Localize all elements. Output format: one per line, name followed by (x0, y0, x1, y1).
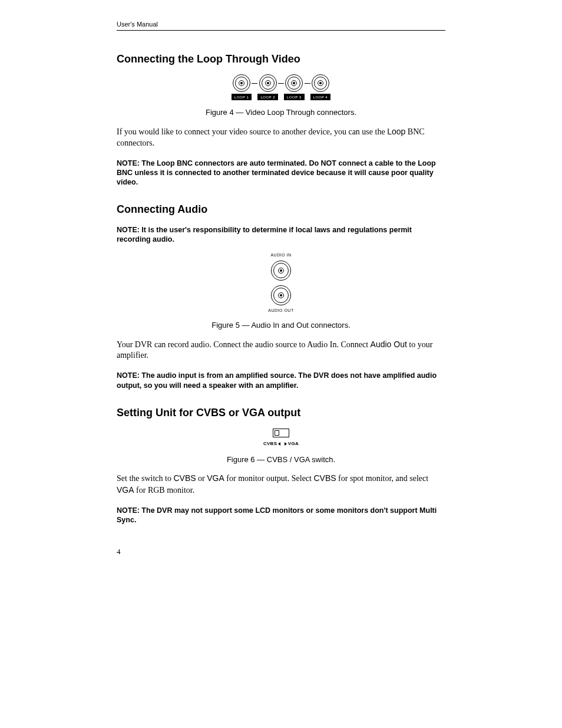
bnc-label: LOOP 4 (310, 94, 331, 100)
bnc-label: LOOP 3 (284, 94, 305, 100)
figure-caption: Figure 6 — CVBS / VGA switch. (117, 454, 445, 465)
bnc-connector-icon (271, 261, 291, 281)
figure-loop-connectors: LOOP 1 LOOP 2 LOOP 3 LOOP 4 Figure 4 — V… (117, 74, 445, 118)
bnc-label: LOOP 1 (232, 94, 252, 100)
bnc-connector-icon: LOOP 1 (232, 74, 252, 100)
audio-in-label: AUDIO IN (270, 252, 291, 258)
note-text: NOTE: It is the user's responsibility to… (117, 225, 445, 245)
audio-out-label: AUDIO OUT (268, 308, 293, 313)
header-rule (117, 30, 445, 31)
section-title-cvbs-vga: Setting Unit for CVBS or VGA output (117, 406, 445, 420)
bnc-connector-icon: LOOP 3 (284, 74, 305, 100)
bnc-connector-icon: LOOP 2 (257, 74, 278, 100)
page-number: 4 (117, 546, 445, 557)
note-text: NOTE: The Loop BNC connectors are auto t… (117, 159, 445, 187)
page-header: User's Manual (117, 20, 445, 29)
body-text: If you would like to connect your video … (117, 126, 445, 149)
bnc-label: LOOP 2 (257, 94, 278, 100)
section-title-loop: Connecting the Loop Through Video (117, 52, 445, 66)
note-text: NOTE: The DVR may not support some LCD m… (117, 506, 445, 525)
bnc-connector-icon: LOOP 4 (310, 74, 331, 100)
body-text: Your DVR can record audio. Connect the a… (117, 339, 445, 362)
body-text: Set the switch to CVBS or VGA for monito… (117, 473, 445, 496)
switch-icon (273, 429, 289, 437)
switch-label: CVBS VGA (263, 441, 299, 447)
figure-cvbs-vga-switch: CVBS VGA Figure 6 — CVBS / VGA switch. (117, 428, 445, 465)
section-title-audio: Connecting Audio (117, 202, 445, 216)
figure-audio-connectors: AUDIO IN AUDIO OUT Figure 5 — Audio In a… (117, 252, 445, 330)
note-text: NOTE: The audio input is from an amplifi… (117, 371, 445, 390)
figure-caption: Figure 5 — Audio In and Out connectors. (117, 320, 445, 331)
bnc-connector-icon (271, 285, 291, 305)
figure-caption: Figure 4 — Video Loop Through connectors… (117, 107, 445, 118)
